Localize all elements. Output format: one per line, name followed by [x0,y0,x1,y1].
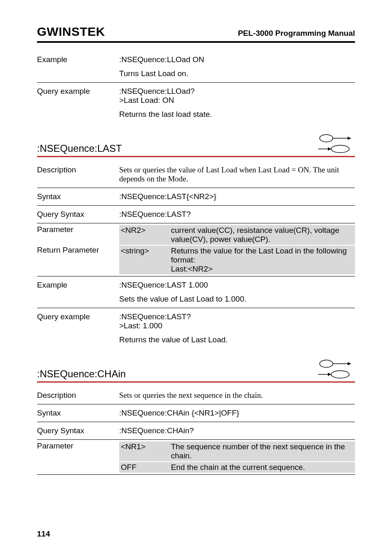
svg-marker-10 [328,373,331,376]
syntax-row: Syntax :NSEQuence:LAST{<NR2>} [37,190,355,204]
divider [37,404,355,404]
divider [37,422,355,422]
example-row: Example :NSEQuence:LAST 1.000 [37,278,355,292]
query-desc: Returns the last load state. [119,110,355,119]
set-command-icon [318,134,355,143]
section-header-last: :NSEQuence:LAST [37,134,355,157]
description-text: Sets or queries the next sequence in the… [119,391,355,400]
query-syntax-row: Query Syntax :NSEQuence:CHAin? [37,424,355,438]
svg-point-11 [331,371,349,378]
query-response: >Last: 1.000 [119,321,355,330]
divider [37,205,355,206]
return-parameter-desc: Returns the value for the Last Load in t… [168,246,355,274]
query-example-row: Query example :NSEQuence:LLOad? >Last Lo… [37,84,355,107]
parameter-row-2: OFF End the chain at the current sequenc… [37,462,355,473]
example-desc: Turns Last Load on. [119,69,355,78]
return-parameter-code: <string> [119,246,168,274]
query-desc: Returns the value of Last Load. [119,335,355,344]
parameter-code: <NR1> [119,441,168,461]
page-header: GWINSTEK PEL-3000 Programming Manual [37,25,355,43]
parameter-code: OFF [119,462,168,473]
svg-point-5 [331,145,349,153]
query-syntax-label: Query Syntax [37,210,119,219]
divider [37,223,355,223]
query-example-row: Query example :NSEQuence:LAST? >Last: 1.… [37,310,355,333]
description-label: Description [37,391,119,400]
svg-point-0 [320,135,333,142]
divider [37,439,355,440]
svg-marker-4 [328,147,331,151]
query-command-icon [318,370,355,379]
parameter-label: Parameter [37,441,119,461]
return-parameter-row: Return Parameter <string> Returns the va… [37,246,355,274]
syntax-label: Syntax [37,192,119,201]
syntax-row: Syntax :NSEQuence:CHAin {<NR1>|OFF} [37,406,355,420]
query-response: >Last Load: ON [119,96,355,105]
example-cmd: :NSEQuence:LAST 1.000 [119,281,355,290]
command-type-icons [318,134,355,154]
divider [37,82,355,83]
example-row: Example :NSEQuence:LLOad ON [37,53,355,67]
example-desc: Sets the value of Last Load to 1.000. [119,295,355,304]
divider [37,308,355,308]
command-type-icons [318,359,355,380]
parameter-row: Parameter <NR2> current value(CC), resis… [37,225,355,245]
query-syntax-row: Query Syntax :NSEQuence:LAST? [37,207,355,221]
parameter-code: <NR2> [119,225,168,245]
query-cmd: :NSEQuence:LLOad? [119,87,355,96]
parameter-desc: End the chain at the current sequence. [168,462,355,473]
section-title: :NSEQuence:CHAin [37,368,126,380]
return-parameter-label: Return Parameter [37,246,99,274]
description-text: Sets or queries the value of Last Load w… [119,165,355,183]
description-label: Description [37,165,119,174]
divider [37,188,355,188]
manual-title: PEL-3000 Programming Manual [238,29,355,38]
brand-logo: GWINSTEK [37,25,105,39]
set-command-icon [318,359,355,368]
divider [37,474,355,475]
query-syntax-value: :NSEQuence:CHAin? [119,426,355,435]
parameter-label: Parameter [37,225,119,245]
section-title: :NSEQuence:LAST [37,143,122,154]
description-row: Description Sets or queries the next seq… [37,388,355,402]
example-cmd: :NSEQuence:LLOad ON [119,55,355,64]
parameter-desc: The sequence number of the next sequence… [168,441,355,461]
query-example-label: Query example [37,312,119,321]
syntax-value: :NSEQuence:CHAin {<NR1>|OFF} [119,409,355,418]
syntax-label: Syntax [37,409,119,418]
example-desc-row: Turns Last Load on. [37,67,355,81]
svg-marker-8 [348,362,351,365]
section-header-chain: :NSEQuence:CHAin [37,359,355,383]
parameter-desc: current value(CC), resistance value(CR),… [168,225,355,245]
svg-point-6 [320,360,333,367]
query-syntax-value: :NSEQuence:LAST? [119,210,355,219]
query-desc-row: Returns the value of Last Load. [37,333,355,347]
description-row: Description Sets or queries the value of… [37,163,355,186]
syntax-value: :NSEQuence:LAST{<NR2>} [119,192,355,201]
parameter-row: Parameter <NR1> The sequence number of t… [37,441,355,461]
example-label: Example [37,281,119,290]
query-cmd: :NSEQuence:LAST? [119,312,355,321]
svg-marker-2 [348,137,351,140]
query-syntax-label: Query Syntax [37,426,119,435]
example-label: Example [37,55,119,64]
query-command-icon [318,144,355,153]
query-example-label: Query example [37,87,119,96]
divider [37,276,355,276]
example-desc-row: Sets the value of Last Load to 1.000. [37,292,355,306]
query-desc-row: Returns the last load state. [37,107,355,121]
page-number: 114 [37,529,50,539]
